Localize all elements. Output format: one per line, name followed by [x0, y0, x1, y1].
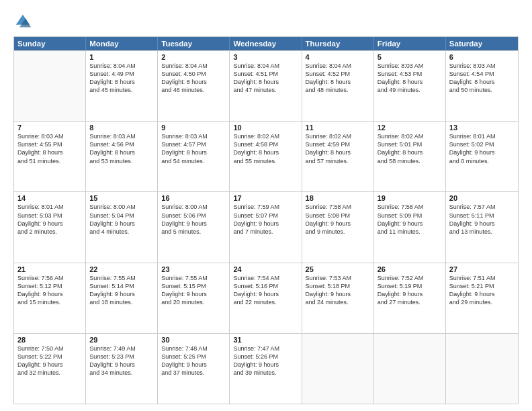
day-number: 13	[449, 124, 515, 132]
calendar-row-5: 28Sunrise: 7:50 AM Sunset: 5:22 PM Dayli…	[14, 333, 518, 404]
calendar-cell: 28Sunrise: 7:50 AM Sunset: 5:22 PM Dayli…	[14, 334, 86, 404]
calendar-cell: 5Sunrise: 8:03 AM Sunset: 4:53 PM Daylig…	[374, 51, 446, 121]
day-number: 11	[306, 124, 370, 132]
day-info: Sunrise: 7:54 AM Sunset: 5:16 PM Dayligh…	[233, 274, 298, 307]
calendar-cell	[14, 51, 86, 121]
calendar-cell: 2Sunrise: 8:04 AM Sunset: 4:50 PM Daylig…	[158, 51, 230, 121]
day-number: 18	[306, 194, 370, 202]
day-info: Sunrise: 7:51 AM Sunset: 5:21 PM Dayligh…	[449, 274, 515, 307]
calendar-cell: 14Sunrise: 8:01 AM Sunset: 5:03 PM Dayli…	[14, 192, 86, 262]
day-info: Sunrise: 8:03 AM Sunset: 4:55 PM Dayligh…	[17, 132, 82, 165]
day-info: Sunrise: 8:01 AM Sunset: 5:03 PM Dayligh…	[17, 203, 82, 236]
day-info: Sunrise: 7:59 AM Sunset: 5:07 PM Dayligh…	[233, 203, 298, 236]
day-number: 19	[378, 194, 442, 202]
day-number: 10	[233, 124, 298, 132]
day-info: Sunrise: 7:52 AM Sunset: 5:19 PM Dayligh…	[378, 274, 442, 307]
calendar-cell: 23Sunrise: 7:55 AM Sunset: 5:15 PM Dayli…	[158, 263, 230, 333]
day-number: 5	[378, 53, 442, 61]
day-number: 6	[449, 53, 515, 61]
header-day-tuesday: Tuesday	[158, 37, 230, 50]
page: SundayMondayTuesdayWednesdayThursdayFrid…	[0, 0, 532, 411]
header	[13, 12, 519, 31]
day-info: Sunrise: 7:55 AM Sunset: 5:15 PM Dayligh…	[161, 274, 226, 307]
day-number: 20	[449, 194, 515, 202]
header-day-friday: Friday	[374, 37, 446, 50]
day-number: 22	[89, 265, 154, 273]
calendar-cell: 1Sunrise: 8:04 AM Sunset: 4:49 PM Daylig…	[86, 51, 158, 121]
day-info: Sunrise: 7:56 AM Sunset: 5:12 PM Dayligh…	[17, 274, 82, 307]
calendar-cell: 27Sunrise: 7:51 AM Sunset: 5:21 PM Dayli…	[446, 263, 518, 333]
calendar: SundayMondayTuesdayWednesdayThursdayFrid…	[13, 36, 519, 404]
calendar-cell: 29Sunrise: 7:49 AM Sunset: 5:23 PM Dayli…	[86, 334, 158, 404]
calendar-cell: 11Sunrise: 8:02 AM Sunset: 4:59 PM Dayli…	[302, 122, 374, 191]
calendar-header: SundayMondayTuesdayWednesdayThursdayFrid…	[14, 37, 518, 50]
day-number: 8	[89, 124, 154, 132]
calendar-cell: 6Sunrise: 8:03 AM Sunset: 4:54 PM Daylig…	[446, 51, 518, 121]
day-info: Sunrise: 7:55 AM Sunset: 5:14 PM Dayligh…	[89, 274, 154, 307]
calendar-cell	[302, 334, 374, 404]
day-info: Sunrise: 8:03 AM Sunset: 4:54 PM Dayligh…	[449, 62, 515, 95]
day-number: 16	[161, 194, 226, 202]
calendar-cell: 12Sunrise: 8:02 AM Sunset: 5:01 PM Dayli…	[374, 122, 446, 191]
logo	[13, 12, 35, 31]
calendar-cell: 8Sunrise: 8:03 AM Sunset: 4:56 PM Daylig…	[86, 122, 158, 191]
calendar-cell: 7Sunrise: 8:03 AM Sunset: 4:55 PM Daylig…	[14, 122, 86, 191]
day-info: Sunrise: 7:47 AM Sunset: 5:26 PM Dayligh…	[233, 345, 298, 377]
day-number: 31	[233, 336, 298, 344]
day-info: Sunrise: 7:58 AM Sunset: 5:08 PM Dayligh…	[306, 203, 370, 236]
calendar-cell: 24Sunrise: 7:54 AM Sunset: 5:16 PM Dayli…	[230, 263, 302, 333]
day-info: Sunrise: 8:02 AM Sunset: 4:58 PM Dayligh…	[233, 132, 298, 165]
calendar-cell: 25Sunrise: 7:53 AM Sunset: 5:18 PM Dayli…	[302, 263, 374, 333]
day-info: Sunrise: 8:04 AM Sunset: 4:49 PM Dayligh…	[89, 62, 154, 95]
day-number: 15	[89, 194, 154, 202]
calendar-cell: 3Sunrise: 8:04 AM Sunset: 4:51 PM Daylig…	[230, 51, 302, 121]
day-info: Sunrise: 8:01 AM Sunset: 5:02 PM Dayligh…	[449, 132, 515, 165]
header-day-thursday: Thursday	[302, 37, 374, 50]
calendar-cell: 16Sunrise: 8:00 AM Sunset: 5:06 PM Dayli…	[158, 192, 230, 262]
header-day-sunday: Sunday	[14, 37, 86, 50]
day-info: Sunrise: 8:00 AM Sunset: 5:04 PM Dayligh…	[89, 203, 154, 236]
calendar-cell: 19Sunrise: 7:58 AM Sunset: 5:09 PM Dayli…	[374, 192, 446, 262]
calendar-cell: 26Sunrise: 7:52 AM Sunset: 5:19 PM Dayli…	[374, 263, 446, 333]
calendar-cell: 10Sunrise: 8:02 AM Sunset: 4:58 PM Dayli…	[230, 122, 302, 191]
day-info: Sunrise: 8:04 AM Sunset: 4:51 PM Dayligh…	[233, 62, 298, 95]
day-info: Sunrise: 7:48 AM Sunset: 5:25 PM Dayligh…	[161, 345, 226, 377]
calendar-cell: 9Sunrise: 8:03 AM Sunset: 4:57 PM Daylig…	[158, 122, 230, 191]
day-number: 7	[17, 124, 82, 132]
logo-icon	[13, 12, 32, 31]
day-number: 23	[161, 265, 226, 273]
header-day-saturday: Saturday	[446, 37, 518, 50]
day-number: 17	[233, 194, 298, 202]
day-number: 2	[161, 53, 226, 61]
calendar-cell: 31Sunrise: 7:47 AM Sunset: 5:26 PM Dayli…	[230, 334, 302, 404]
calendar-cell: 21Sunrise: 7:56 AM Sunset: 5:12 PM Dayli…	[14, 263, 86, 333]
calendar-row-4: 21Sunrise: 7:56 AM Sunset: 5:12 PM Dayli…	[14, 263, 518, 333]
calendar-cell: 20Sunrise: 7:57 AM Sunset: 5:11 PM Dayli…	[446, 192, 518, 262]
day-number: 1	[89, 53, 154, 61]
day-number: 25	[306, 265, 370, 273]
day-info: Sunrise: 8:03 AM Sunset: 4:57 PM Dayligh…	[161, 132, 226, 165]
day-number: 12	[378, 124, 442, 132]
calendar-cell: 17Sunrise: 7:59 AM Sunset: 5:07 PM Dayli…	[230, 192, 302, 262]
day-number: 24	[233, 265, 298, 273]
day-info: Sunrise: 7:53 AM Sunset: 5:18 PM Dayligh…	[306, 274, 370, 307]
day-number: 29	[89, 336, 154, 344]
day-info: Sunrise: 8:02 AM Sunset: 5:01 PM Dayligh…	[378, 132, 442, 165]
calendar-cell	[374, 334, 446, 404]
day-number: 26	[378, 265, 442, 273]
day-number: 21	[17, 265, 82, 273]
day-info: Sunrise: 7:49 AM Sunset: 5:23 PM Dayligh…	[89, 345, 154, 377]
header-day-wednesday: Wednesday	[230, 37, 302, 50]
calendar-body: 1Sunrise: 8:04 AM Sunset: 4:49 PM Daylig…	[14, 50, 518, 404]
day-number: 9	[161, 124, 226, 132]
calendar-cell: 13Sunrise: 8:01 AM Sunset: 5:02 PM Dayli…	[446, 122, 518, 191]
day-info: Sunrise: 8:00 AM Sunset: 5:06 PM Dayligh…	[161, 203, 226, 236]
day-info: Sunrise: 7:58 AM Sunset: 5:09 PM Dayligh…	[378, 203, 442, 236]
header-day-monday: Monday	[86, 37, 158, 50]
day-number: 4	[306, 53, 370, 61]
calendar-row-3: 14Sunrise: 8:01 AM Sunset: 5:03 PM Dayli…	[14, 191, 518, 262]
day-info: Sunrise: 8:03 AM Sunset: 4:56 PM Dayligh…	[89, 132, 154, 165]
day-number: 14	[17, 194, 82, 202]
day-info: Sunrise: 7:50 AM Sunset: 5:22 PM Dayligh…	[17, 345, 82, 377]
calendar-cell: 22Sunrise: 7:55 AM Sunset: 5:14 PM Dayli…	[86, 263, 158, 333]
